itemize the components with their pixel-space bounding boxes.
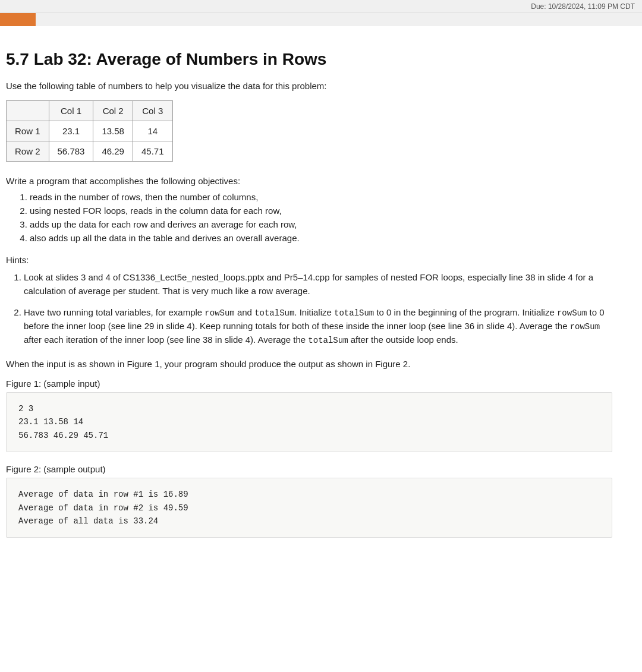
objectives-label: Write a program that accomplishes the fo… [6,176,612,186]
code-totalsum3: totalSum [308,336,348,345]
row1-col1: 23.1 [49,121,93,141]
page-title: 5.7 Lab 32: Average of Numbers in Rows [6,50,612,69]
objectives-list: reads in the number of rows, then the nu… [30,192,612,243]
row2-col1: 56.783 [49,141,93,162]
hints-list: Look at slides 3 and 4 of CS1336_Lect5e_… [24,271,612,347]
figure1-label: Figure 1: (sample input) [6,378,612,389]
figure1-code: 2 3 23.1 13.58 14 56.783 46.29 45.71 [6,392,612,452]
table-row: Row 2 56.783 46.29 45.71 [7,141,173,162]
table-header-empty [7,101,49,121]
objective-item-3: adds up the data for each row and derive… [30,219,612,229]
objective-item-2: using nested FOR loops, reads in the col… [30,206,612,216]
code-rowsum: rowSum [204,308,234,318]
code-totalsum2: totalSum [334,308,374,318]
table-header-col3: Col 3 [133,101,172,121]
when-input-text: When the input is as shown in Figure 1, … [6,359,612,369]
hint-item-2: Have two running total variables, for ex… [24,306,612,347]
row-label-2: Row 2 [7,141,49,162]
code-rowsum3: rowSum [570,322,600,332]
objective-item-4: also adds up all the data in the table a… [30,233,612,243]
intro-text: Use the following table of numbers to he… [6,81,612,91]
figure2-code: Average of data in row #1 is 16.89 Avera… [6,478,612,538]
row2-col2: 46.29 [93,141,133,162]
hint-item-1: Look at slides 3 and 4 of CS1336_Lect5e_… [24,271,612,298]
row1-col2: 13.58 [93,121,133,141]
code-rowsum2: rowSum [557,308,587,318]
row2-col3: 45.71 [133,141,172,162]
table-row: Row 1 23.1 13.58 14 [7,121,173,141]
row-label-1: Row 1 [7,121,49,141]
objective-item-1: reads in the number of rows, then the nu… [30,192,612,202]
table-header-col2: Col 2 [93,101,133,121]
figure2-label: Figure 2: (sample output) [6,464,612,474]
row1-col3: 14 [133,121,172,141]
code-totalsum: totalSum [254,308,294,318]
hints-label: Hints: [6,255,612,265]
table-header-col1: Col 1 [49,101,93,121]
due-date: Due: 10/28/2024, 11:09 PM CDT [531,2,635,11]
data-table: Col 1 Col 2 Col 3 Row 1 23.1 13.58 14 Ro… [6,100,173,162]
